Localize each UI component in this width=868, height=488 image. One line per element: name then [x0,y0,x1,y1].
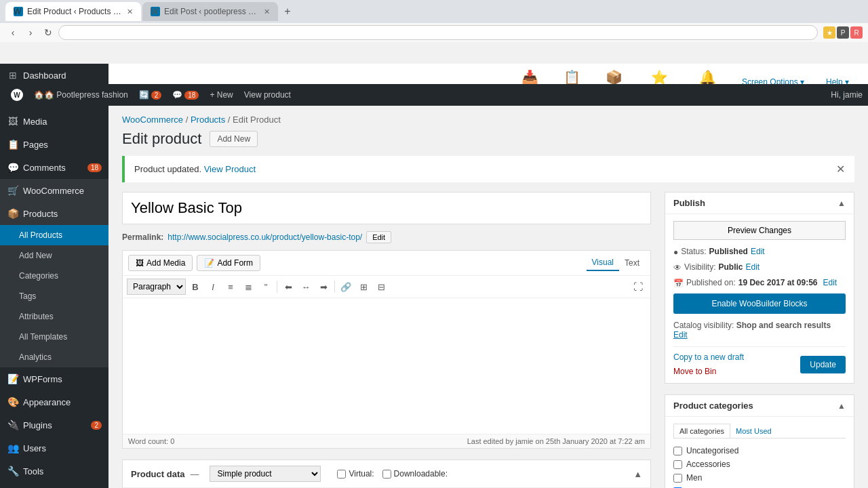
sidebar-label-appearance: Appearance [23,397,71,407]
italic-button[interactable]: I [205,279,221,295]
format-separator-1 [277,281,277,293]
add-media-button[interactable]: 🖼 Add Media [128,255,193,271]
downloadable-label[interactable]: Downloadable: [382,469,448,479]
address-bar[interactable]: Not Secure | socialpress.co.uk/wp-admin/… [58,25,818,40]
blockquote-button[interactable]: " [258,279,274,295]
wp-logo-item[interactable]: W [5,84,28,106]
status-label: Status: [681,247,706,256]
back-button[interactable]: ‹ [5,25,20,40]
updates-item[interactable]: 🔄 2 [134,84,167,106]
sidebar-item-all-templates[interactable]: All Templates [0,327,108,347]
visual-tab[interactable]: Visual [587,255,619,271]
ol-button[interactable]: ≣ [240,279,256,295]
permalink-url[interactable]: http://www.socialpress.co.uk/product/yel… [167,232,362,242]
sidebar-item-comments[interactable]: 💬 Comments 18 [0,156,108,179]
sidebar-item-plugins[interactable]: 🔌 Plugins 2 [0,413,108,436]
product-title-input[interactable] [122,192,651,224]
fullscreen-button[interactable]: ⛶ [630,279,646,295]
view-product-item[interactable]: View product [239,84,296,106]
sidebar-item-wpforms[interactable]: 📝 WPForms [0,367,108,390]
sidebar-item-users[interactable]: 👥 Users [0,436,108,460]
sidebar-item-appearance[interactable]: 🎨 Appearance [0,390,108,413]
inactive-tab[interactable]: W Edit Post ‹ pootlepress — Wo… ✕ [142,2,278,21]
align-left-button[interactable]: ⬅ [280,279,296,295]
downloadable-checkbox[interactable] [382,470,391,479]
align-right-button[interactable]: ➡ [315,279,332,295]
table-button[interactable]: ⊞ [355,279,372,295]
bookmark-icon: ★ [823,26,835,39]
most-used-tab[interactable]: Most Used [730,424,777,438]
plugins-icon: 🔌 [7,419,19,431]
main-content: 📥 Inbox 📋 Orders 📦 Stock ⭐ Reviews 🔔 Not… [108,64,868,488]
tab2-close-btn[interactable]: ✕ [264,7,270,16]
sidebar-item-all-products[interactable]: All Products [0,225,108,245]
preview-changes-button[interactable]: Preview Changes [673,221,846,240]
sidebar-item-woocommerce[interactable]: 🛒 WooCommerce [0,179,108,202]
permalink-edit-button[interactable]: Edit [366,231,391,243]
status-edit-link[interactable]: Edit [751,247,765,256]
sidebar-item-tools[interactable]: 🔧 Tools [0,460,108,483]
update-button[interactable]: Update [800,356,846,373]
view-product-link[interactable]: View Product [204,164,256,174]
category-checkbox-uncategorised[interactable] [673,447,682,455]
editor-content[interactable] [123,298,650,434]
last-edited: Last edited by jamie on 25th January 202… [467,437,645,445]
text-tab[interactable]: Text [619,255,645,271]
sidebar-item-pages[interactable]: 📋 Pages [0,133,108,156]
publish-box-header[interactable]: Publish ▲ [665,192,854,214]
ul-button[interactable]: ≡ [222,279,239,295]
virtual-label[interactable]: Virtual: [337,469,374,479]
link-button[interactable]: 🔗 [338,279,354,295]
sidebar-item-analytics[interactable]: Analytics [0,347,108,367]
category-checkbox-accessories[interactable] [673,460,682,469]
move-bin-link[interactable]: Move to Bin [673,367,716,376]
woobuilder-button[interactable]: Enable WooBuilder Blocks [673,293,846,314]
format-select[interactable]: Paragraph [127,279,186,295]
reload-button[interactable]: ↻ [41,25,56,40]
product-type-select[interactable]: Simple product Grouped product External/… [210,466,321,482]
product-data-header[interactable]: Product data — Simple product Grouped pr… [123,460,650,488]
add-new-button[interactable]: Add New [210,131,258,147]
sidebar-item-categories[interactable]: Categories [0,266,108,286]
all-categories-tab[interactable]: All categories [673,424,730,438]
align-center-button[interactable]: ↔ [298,279,314,295]
sidebar-item-products[interactable]: 📦 Products [0,202,108,225]
comments-item[interactable]: 💬 18 [167,84,204,106]
categories-box-content: All categories Most Used Uncategorised [665,417,854,488]
product-data-title: Product data [131,469,184,479]
table2-button[interactable]: ⊟ [373,279,389,295]
active-tab[interactable]: W Edit Product ‹ Products ‹ Poc… ✕ [5,2,141,21]
category-label-men[interactable]: Men [686,473,702,483]
sidebar-item-attributes[interactable]: Attributes [0,306,108,327]
sidebar-label-media: Media [23,117,47,127]
sidebar-item-dashboard[interactable]: ⊞ Dashboard [0,64,108,87]
categories-box-header[interactable]: Product categories ▲ [665,395,854,417]
sidebar-item-tags[interactable]: Tags [0,286,108,306]
breadcrumb-products[interactable]: Products [191,115,225,125]
sidebar-item-settings[interactable]: ⚙ Settings [0,483,108,488]
notice-dismiss-btn[interactable]: ✕ [836,163,845,176]
tab-close-btn[interactable]: ✕ [127,7,133,16]
new-tab-button[interactable]: + [279,3,296,20]
visibility-edit-link[interactable]: Edit [745,262,760,272]
category-checkbox-men[interactable] [673,474,682,483]
notices-symbol: 🔔 [699,69,716,85]
tab-title: Edit Product ‹ Products ‹ Poc… [27,7,123,16]
product-data-collapse-icon[interactable]: ▲ [633,469,642,479]
add-form-button[interactable]: 📝 Add Form [197,255,260,271]
category-label-accessories[interactable]: Accessories [686,460,730,469]
catalog-edit-link[interactable]: Edit [673,330,688,340]
sidebar-item-add-new[interactable]: Add New [0,245,108,266]
editor-view-buttons: Visual Text [587,255,645,271]
copy-draft-link[interactable]: Copy to a new draft [673,352,744,362]
site-name-item[interactable]: 🏠 🏠 Pootlepress fashion [28,84,134,106]
sidebar-item-media[interactable]: 🖼 Media [0,110,108,133]
new-item[interactable]: + New [204,84,238,106]
category-label-uncategorised[interactable]: Uncategorised [686,446,738,455]
published-edit-link[interactable]: Edit [823,278,837,287]
bold-button[interactable]: B [187,279,203,295]
virtual-checkbox[interactable] [337,470,346,479]
breadcrumb-woocommerce[interactable]: WooCommerce [122,115,183,125]
tab2-favicon: W [151,7,160,16]
forward-button[interactable]: › [23,25,38,40]
